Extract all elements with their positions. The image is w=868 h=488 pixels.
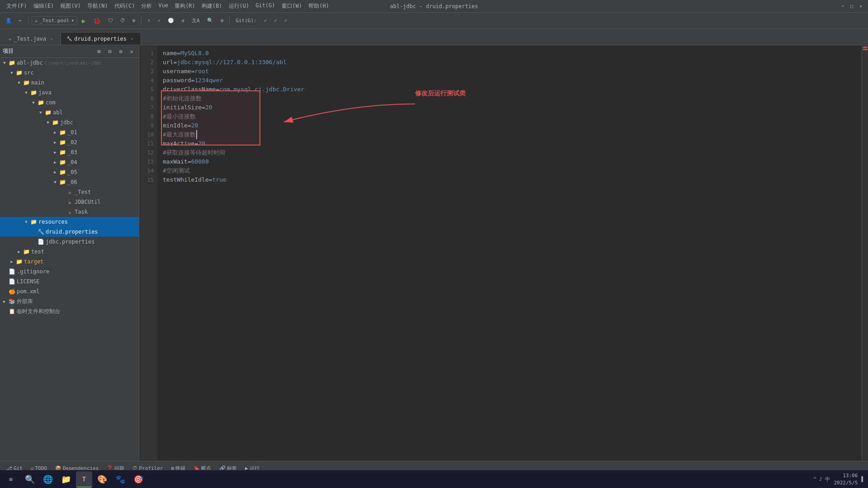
start-button[interactable]: ⊞: [4, 472, 18, 487]
tab-test-java[interactable]: ☕ _Test.java ✕: [3, 32, 61, 45]
code-editor[interactable]: name=MySQL8.0 url=jdbc:mysql://127.0.0.1…: [157, 45, 862, 461]
git-check-3[interactable]: ✓: [282, 16, 290, 25]
toolbar-search[interactable]: 🔍: [204, 16, 216, 25]
folder-icon: 📁: [59, 129, 66, 136]
chrome-taskbar-app[interactable]: 🌐: [40, 471, 56, 488]
run-button[interactable]: ▶: [79, 16, 88, 26]
tree-item-05[interactable]: ▶ 📁 _05: [0, 167, 139, 177]
maximize-button[interactable]: □: [848, 3, 855, 10]
menu-git[interactable]: Git(G): [253, 1, 278, 11]
editor-content[interactable]: 1 2 3 4 5 6 7 8 9 10 11 12 13 14 15 name…: [139, 45, 868, 461]
code-line-5: driverClassName=com.mysql.cj.jdbc.Driver: [163, 85, 856, 94]
menu-help[interactable]: 帮助(H): [306, 1, 332, 11]
toolbar-history[interactable]: 🕐: [165, 16, 177, 25]
folder-icon: 📁: [59, 179, 66, 185]
tree-item-src[interactable]: ▼ 📁 src: [0, 68, 139, 78]
explorer-taskbar-app[interactable]: 📁: [58, 471, 74, 488]
tree-item-label: abl-jdbc: [17, 60, 43, 66]
app5-taskbar-app[interactable]: 🐾: [112, 471, 128, 488]
sidebar-tree: ▼ 📁 abl-jdbc C:\work\java\abl-jdbc ▼ 📁 s…: [0, 58, 139, 461]
toolbar-back[interactable]: ←: [16, 16, 25, 25]
tree-item-scratch[interactable]: 📋 临时文件和控制台: [0, 306, 139, 316]
git-check-1[interactable]: ✓: [261, 16, 270, 25]
tree-item-license[interactable]: 📄 LICENSE: [0, 277, 139, 286]
toolbar-revert[interactable]: ↺: [179, 16, 187, 25]
sidebar-expand-all[interactable]: ⊞: [94, 47, 104, 56]
intellij-taskbar-app[interactable]: T: [76, 471, 92, 488]
coverage-button[interactable]: 🛡: [105, 16, 116, 25]
toolbar-commit[interactable]: ✓: [155, 16, 164, 25]
code-line-9: minIdle=20: [163, 121, 856, 130]
menu-bar[interactable]: 文件(F) 编辑(E) 视图(V) 导航(N) 代码(C) 分析 Vue 重构(…: [4, 1, 332, 11]
debug-button[interactable]: 🐞: [90, 16, 104, 26]
menu-vue[interactable]: Vue: [156, 1, 171, 11]
tree-item-test[interactable]: ▶ 📁 test: [0, 247, 139, 257]
tree-item-main[interactable]: ▼ 📁 main: [0, 78, 139, 88]
tab-druid-properties[interactable]: 🔧 druid.properties ✕: [61, 32, 141, 45]
app6-taskbar-app[interactable]: 🎯: [130, 471, 146, 488]
folder-icon: 📁: [59, 139, 66, 145]
tree-item-target[interactable]: ▶ 📁 target: [0, 257, 139, 267]
tree-item-task[interactable]: ☕ Task: [0, 207, 139, 217]
tree-item-jdbc-properties[interactable]: 📄 jdbc.properties: [0, 237, 139, 247]
close-button[interactable]: ✕: [857, 3, 864, 10]
tree-item-04[interactable]: ▶ 📁 _04: [0, 157, 139, 167]
tree-item-03[interactable]: ▶ 📁 _03: [0, 147, 139, 157]
menu-file[interactable]: 文件(F): [4, 1, 30, 11]
toolbar-update[interactable]: ↑: [145, 16, 153, 25]
sidebar-settings[interactable]: ⚙: [116, 47, 125, 56]
show-desktop-button[interactable]: ▌: [861, 476, 864, 482]
tree-item-gitignore[interactable]: 📄 .gitignore: [0, 267, 139, 277]
tree-item-external-libs[interactable]: ▶ 📚 外部库: [0, 296, 139, 306]
sidebar-close[interactable]: ✕: [127, 47, 136, 56]
toolbar-translate[interactable]: 文A: [189, 16, 203, 25]
tree-item-02[interactable]: ▶ 📁 _02: [0, 137, 139, 147]
folder-icon: 📁: [37, 99, 44, 106]
tree-item-root[interactable]: ▼ 📁 abl-jdbc C:\work\java\abl-jdbc: [0, 58, 139, 68]
sidebar-collapse-all[interactable]: ⊟: [105, 47, 114, 56]
tree-item-06[interactable]: ▼ 📁 _06: [0, 177, 139, 187]
tree-item-jdbc[interactable]: ▼ 📁 jdbc: [0, 117, 139, 127]
profiler-run-button[interactable]: ⏱: [118, 16, 128, 25]
tree-item-abl[interactable]: ▼ 📁 abl: [0, 108, 139, 117]
tree-item-com[interactable]: ▼ 📁 com: [0, 98, 139, 108]
git-check-2[interactable]: ✓: [271, 16, 280, 25]
run-config-selector[interactable]: ☕ _Test.pool ▾: [32, 16, 77, 25]
search-taskbar-app[interactable]: 🔍: [22, 471, 38, 488]
tree-item-label: pom.xml: [17, 288, 40, 295]
window-title: abl-jdbc - druid.properties: [390, 3, 478, 9]
tree-item-druid-properties[interactable]: 🔧 druid.properties: [0, 227, 139, 237]
tree-item-pom[interactable]: 🍊 pom.xml: [0, 286, 139, 296]
tree-item-01[interactable]: ▶ 📁 _01: [0, 127, 139, 137]
menu-build[interactable]: 构建(B): [199, 1, 225, 11]
code-line-11: maxActive=20: [163, 139, 856, 148]
tab-close-button[interactable]: ✕: [129, 36, 135, 42]
menu-navigate[interactable]: 导航(N): [85, 1, 111, 11]
expand-icon: ▼: [23, 220, 30, 224]
window-controls[interactable]: ─ □ ✕: [839, 3, 864, 10]
menu-run[interactable]: 运行(U): [226, 1, 252, 11]
java-icon: ☕: [66, 189, 73, 195]
folder-icon: 📁: [30, 89, 37, 96]
toolbar-more1[interactable]: ⚙: [130, 16, 138, 25]
minimize-button[interactable]: ─: [839, 3, 846, 10]
tree-item-java[interactable]: ▼ 📁 java: [0, 88, 139, 98]
menu-edit[interactable]: 编辑(E): [31, 1, 57, 11]
tree-item-jdbcutil[interactable]: ☕ JDBCUtil: [0, 197, 139, 207]
menu-refactor[interactable]: 重构(R): [172, 1, 198, 11]
expand-icon: ▶: [52, 140, 59, 145]
menu-code[interactable]: 代码(C): [112, 1, 138, 11]
tab-close-button[interactable]: ✕: [48, 36, 55, 42]
menu-window[interactable]: 窗口(W): [279, 1, 305, 11]
menu-analyze[interactable]: 分析: [138, 1, 155, 11]
toolbar-avatar[interactable]: 👤: [3, 16, 14, 25]
paint-taskbar-app[interactable]: 🎨: [94, 471, 110, 488]
tree-item-resources[interactable]: ▼ 📁 resources: [0, 217, 139, 227]
system-tray: ^ ♪ 中: [813, 476, 830, 483]
tree-item-label: _06: [67, 179, 77, 185]
tree-item-test-class[interactable]: ☕ _Test: [0, 187, 139, 197]
toolbar-settings[interactable]: ⚙: [218, 16, 226, 25]
folder-icon: 📁: [15, 258, 23, 265]
menu-view[interactable]: 视图(V): [57, 1, 84, 11]
git-label[interactable]: Git(G):: [233, 16, 259, 25]
